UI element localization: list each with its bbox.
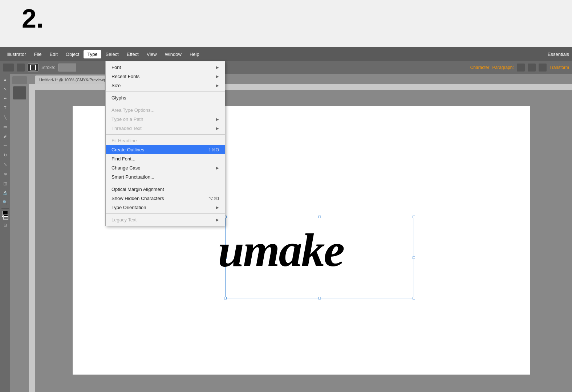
tool-gradient[interactable]: ◫ [1, 179, 9, 187]
menubar-file[interactable]: File [30, 50, 45, 58]
menu-item-create-outlines-shortcut: ⇧⌘O [208, 147, 219, 152]
menu-item-create-outlines[interactable]: Create Outlines ⇧⌘O [106, 145, 225, 154]
menu-item-threaded-text-arrow: ▶ [216, 126, 219, 130]
menu-item-optical-margin[interactable]: Optical Margin Alignment [106, 185, 225, 194]
tool-eyedropper[interactable]: 🔬 [1, 189, 9, 197]
tool-rect[interactable]: ▭ [1, 123, 9, 131]
ruler-vertical [29, 90, 35, 392]
menu-item-legacy-text: Legacy Text ▶ [106, 215, 225, 224]
menu-item-font-label: Font [111, 65, 121, 70]
menu-item-legacy-text-arrow: ▶ [216, 218, 219, 222]
menu-item-type-on-path-arrow: ▶ [216, 117, 219, 121]
stroke-swatch[interactable] [3, 215, 8, 220]
menu-item-show-hidden-label: Show Hidden Characters [111, 196, 164, 201]
menu-item-type-orientation-arrow: ▶ [216, 205, 219, 209]
tool-paintbrush[interactable]: 🖌 [1, 132, 9, 140]
separator-2 [106, 104, 225, 104]
menu-item-recent-fonts[interactable]: Recent Fonts ▶ [106, 72, 225, 81]
document-tab[interactable]: Untitled-1* @ 100% (CMYK/Preview) [35, 75, 109, 84]
menubar-illustrator[interactable]: Illustrator [3, 50, 29, 58]
menubar-select[interactable]: Select [102, 50, 122, 58]
toolbar: Stroke: Character Paragraph: Transform [0, 61, 572, 74]
stroke-label: Stroke: [41, 65, 55, 70]
tool-line[interactable]: ╲ [1, 113, 9, 121]
color-swatches [2, 211, 8, 220]
separator-3 [106, 134, 225, 135]
tool-pencil[interactable]: ✏ [1, 142, 9, 150]
menu-item-threaded-text-label: Threaded Text [111, 126, 142, 131]
toolbar-right: Character Paragraph: Transform [470, 64, 569, 72]
toolbar-btn-2[interactable] [17, 64, 25, 72]
tool-direct-select[interactable]: ↖ [1, 85, 9, 93]
menu-item-change-case-label: Change Case [111, 165, 141, 171]
menubar-type[interactable]: Type [84, 50, 101, 58]
menu-item-find-font[interactable]: Find Font... [106, 154, 225, 163]
handle-tr[interactable] [413, 216, 415, 218]
handle-tm[interactable] [319, 216, 321, 218]
align-left-btn[interactable] [517, 64, 525, 72]
menu-item-threaded-text: Threaded Text ▶ [106, 124, 225, 133]
menu-item-change-case[interactable]: Change Case ▶ [106, 163, 225, 172]
handle-mr[interactable] [413, 256, 415, 259]
secondary-panel [10, 74, 29, 392]
tool-zoom[interactable]: 🔍 [1, 198, 9, 206]
character-link[interactable]: Character [470, 65, 490, 70]
menu-item-legacy-text-label: Legacy Text [111, 217, 137, 222]
tool-blend[interactable]: ⊗ [1, 170, 9, 178]
menu-item-type-on-path: Type on a Path ▶ [106, 115, 225, 124]
stroke-input[interactable] [58, 64, 76, 72]
tool-select[interactable]: ▲ [1, 75, 9, 83]
menu-item-type-orientation[interactable]: Type Orientation ▶ [106, 203, 225, 212]
tools-separator [1, 208, 9, 209]
menubar-object[interactable]: Object [62, 50, 83, 58]
handle-br[interactable] [413, 297, 415, 299]
separator-1 [106, 91, 225, 92]
menu-item-recent-fonts-label: Recent Fonts [111, 74, 139, 79]
menu-item-fit-headline: Fit Headline [106, 136, 225, 145]
stroke-preview [28, 64, 38, 72]
menu-item-find-font-label: Find Font... [111, 156, 135, 162]
menubar-view[interactable]: View [143, 50, 161, 58]
menu-item-smart-punctuation-label: Smart Punctuation... [111, 174, 154, 180]
toolbar-mode-btn[interactable] [3, 64, 14, 72]
menu-item-size-arrow: ▶ [216, 83, 219, 87]
tool-scale[interactable]: ⤡ [1, 160, 9, 168]
menu-item-create-outlines-label: Create Outlines [111, 147, 144, 152]
menubar-edit[interactable]: Edit [46, 50, 61, 58]
align-right-btn[interactable] [539, 64, 547, 72]
menu-item-fit-headline-label: Fit Headline [111, 138, 137, 143]
menu-item-glyphs-label: Glyphs [111, 95, 126, 101]
menu-item-area-type: Area Type Options... [106, 106, 225, 115]
step-number: 2. [22, 4, 44, 33]
transform-link[interactable]: Transform [549, 65, 569, 70]
menu-item-change-case-arrow: ▶ [216, 166, 219, 170]
menu-item-smart-punctuation[interactable]: Smart Punctuation... [106, 172, 225, 181]
menubar-right: Essentials [548, 52, 569, 57]
menu-item-size[interactable]: Size ▶ [106, 81, 225, 90]
tool-rotate[interactable]: ↻ [1, 151, 9, 159]
menu-item-type-orientation-label: Type Orientation [111, 205, 146, 210]
paragraph-link[interactable]: Paragraph: [492, 65, 514, 70]
tool-type[interactable]: T [1, 104, 9, 112]
menubar-window[interactable]: Window [161, 50, 185, 58]
menu-item-area-type-label: Area Type Options... [111, 107, 154, 113]
menubar-effect[interactable]: Effect [123, 50, 142, 58]
menu-item-recent-fonts-arrow: ▶ [216, 74, 219, 78]
secondary-panel-btn[interactable] [12, 76, 27, 84]
essentials-label: Essentials [548, 52, 569, 57]
menu-item-font[interactable]: Font ▶ [106, 63, 225, 72]
align-center-btn[interactable] [528, 64, 536, 72]
menu-item-glyphs[interactable]: Glyphs [106, 93, 225, 102]
menu-item-show-hidden[interactable]: Show Hidden Characters ⌥⌘I [106, 194, 225, 203]
menubar-help[interactable]: Help [186, 50, 203, 58]
secondary-panel-box [13, 86, 26, 99]
handle-bl[interactable] [224, 297, 227, 299]
menubar: Illustrator File Edit Object Type Select… [0, 47, 572, 61]
tool-pen[interactable]: ✒ [1, 94, 9, 102]
menu-item-type-on-path-label: Type on a Path [111, 117, 143, 122]
separator-5 [106, 213, 225, 214]
tool-screen-mode[interactable]: ⊡ [1, 221, 9, 229]
handle-bm[interactable] [319, 297, 321, 299]
separator-4 [106, 183, 225, 183]
tools-panel: ▲ ↖ ✒ T ╲ ▭ 🖌 ✏ ↻ ⤡ ⊗ ◫ 🔬 🔍 ⊡ [0, 74, 10, 392]
